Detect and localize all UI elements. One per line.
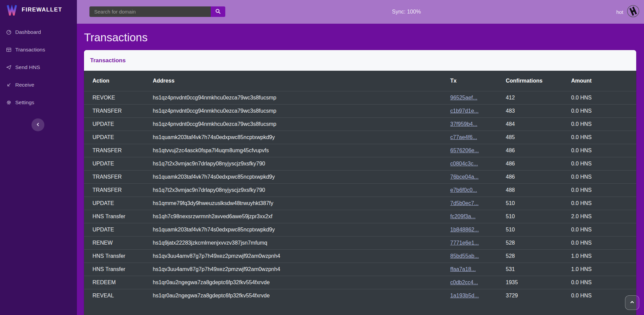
action-cell: UPDATE [84, 157, 149, 171]
confirmations-cell: 528 [502, 250, 567, 263]
sidebar-item-label: Settings [15, 99, 34, 106]
gear-icon [6, 100, 12, 105]
tx-cell: c1b97d1e... [446, 105, 502, 118]
gauge-icon [6, 29, 12, 35]
tx-link[interactable]: ffaa7a18... [450, 266, 476, 272]
amount-cell: 1.0 HNS [567, 250, 636, 263]
tx-link[interactable]: c0804c3c... [450, 161, 478, 166]
tx-link[interactable]: 37f959b4... [450, 121, 477, 127]
send-icon [6, 65, 12, 70]
tx-cell: c77ae4f6... [446, 131, 502, 144]
sidebar-item-transactions[interactable]: Transactions [0, 41, 77, 59]
tx-link[interactable]: e7b6f0c0... [450, 187, 477, 193]
sidebar-item-dashboard[interactable]: Dashboard [0, 23, 77, 41]
address-cell: hs1qz4pnvdnt0ccg94nmkhcu0ezca79wc3s8fucs… [149, 91, 446, 105]
amount-cell: 0.0 HNS [567, 118, 636, 131]
column-header-confirmations: Confirmations [502, 71, 567, 91]
tx-cell: e7b6f0c0... [446, 184, 502, 197]
table-row: TRANSFER hs1q7t2x3vmjac9n7drlapy08nyjysc… [84, 184, 636, 197]
action-cell: HNS Transfer [84, 210, 149, 223]
amount-cell: 0.0 HNS [567, 131, 636, 144]
address-cell: hs1q9jatx22283jzkcmlrnenjxvvzv387jsn7mfu… [149, 237, 446, 250]
chevron-up-icon [629, 299, 635, 306]
confirmations-cell: 483 [502, 105, 567, 118]
table-row: UPDATE hs1qmme79fq3dy9hweuzuslksdw48trwu… [84, 197, 636, 210]
confirmations-cell: 3729 [502, 289, 567, 302]
action-cell: UPDATE [84, 223, 149, 237]
sync-status: Sync: 100% [392, 0, 421, 24]
table-row: UPDATE hs1quamk203taf4vk7h74s0edxpwc85nc… [84, 131, 636, 144]
receive-arrow-icon [6, 82, 12, 88]
amount-cell: 0.0 HNS [567, 197, 636, 210]
firewallet-logo-icon [6, 4, 18, 16]
amount-cell: 0.0 HNS [567, 276, 636, 289]
tx-link[interactable]: fc209f3a... [450, 213, 476, 219]
domain-search [89, 6, 225, 17]
address-cell: hs1quamk203taf4vk7h74s0edxpwc85ncptxwpkd… [149, 171, 446, 184]
table-header-row: Action Address Tx Confirmations Amount [84, 71, 636, 91]
tx-cell: ffaa7a18... [446, 263, 502, 276]
confirmations-cell: 484 [502, 118, 567, 131]
chevron-left-icon [35, 122, 41, 128]
action-cell: TRANSFER [84, 171, 149, 184]
sidebar: FIREWALLET Dashboard Transactions [0, 0, 77, 315]
search-button[interactable] [211, 6, 225, 17]
column-header-amount: Amount [567, 71, 636, 91]
tx-link[interactable]: 85bd55ab... [450, 253, 479, 259]
amount-cell: 0.0 HNS [567, 144, 636, 157]
confirmations-cell: 528 [502, 237, 567, 250]
table-row: UPDATE hs1qz4pnvdnt0ccg94nmkhcu0ezca79wc… [84, 118, 636, 131]
brand-name: FIREWALLET [22, 6, 62, 13]
handshake-logo-icon [627, 5, 640, 19]
wallet-menu[interactable]: hot [616, 0, 640, 24]
address-cell: hs1q7t2x3vmjac9n7drlapy08nyjyscjz9xsfky7… [149, 184, 446, 197]
confirmations-cell: 510 [502, 223, 567, 237]
tx-link[interactable]: 76bce04a... [450, 174, 479, 180]
tx-cell: 76bce04a... [446, 171, 502, 184]
confirmations-cell: 1935 [502, 276, 567, 289]
tx-link[interactable]: 6576206e... [450, 148, 479, 153]
action-cell: REVEAL [84, 289, 149, 302]
table-row: TRANSFER hs1qz4pnvdnt0ccg94nmkhcu0ezca79… [84, 105, 636, 118]
sidebar-item-label: Dashboard [15, 29, 41, 35]
sidebar-item-send-hns[interactable]: Send HNS [0, 59, 77, 76]
transactions-table: Action Address Tx Confirmations Amount R… [84, 71, 636, 302]
transactions-table-body: REVOKE hs1qz4pnvdnt0ccg94nmkhcu0ezca79wc… [84, 91, 636, 302]
sidebar-nav: Dashboard Transactions Send HNS [0, 23, 77, 111]
tx-link[interactable]: 1b848862... [450, 227, 479, 232]
transactions-table-wrap: Action Address Tx Confirmations Amount R… [84, 71, 636, 315]
tx-link[interactable]: c77ae4f6... [450, 134, 477, 140]
tx-link[interactable]: c1b97d1e... [450, 108, 479, 114]
scroll-to-top-button[interactable] [625, 295, 639, 310]
sidebar-item-label: Transactions [15, 47, 45, 53]
search-icon [215, 8, 221, 15]
search-input[interactable] [89, 6, 211, 17]
column-header-action: Action [84, 71, 149, 91]
table-row: RENEW hs1q9jatx22283jzkcmlrnenjxvvzv387j… [84, 237, 636, 250]
table-row: HNS Transfer hs1qv3uu4amv87g7p7h49xez2pm… [84, 250, 636, 263]
address-cell: hs1qtvvuj2zc4asck0fspa7l4uqm8umg45cfvupv… [149, 144, 446, 157]
action-cell: UPDATE [84, 197, 149, 210]
transactions-card: Transactions Action Address Tx Confirmat… [84, 50, 636, 315]
amount-cell: 0.0 HNS [567, 91, 636, 105]
address-cell: hs1q7t2x3vmjac9n7drlapy08nyjyscjz9xsfky7… [149, 157, 446, 171]
amount-cell: 0.0 HNS [567, 184, 636, 197]
tx-link[interactable]: c0db2cc4... [450, 279, 478, 285]
tx-link[interactable]: 1a193b5d... [450, 293, 479, 298]
confirmations-cell: 531 [502, 263, 567, 276]
sidebar-item-receive[interactable]: Receive [0, 76, 77, 94]
confirmations-cell: 510 [502, 210, 567, 223]
table-row: HNS Transfer hs1qh7c98nexsrzwrmnh2avved6… [84, 210, 636, 223]
brand[interactable]: FIREWALLET [0, 0, 77, 19]
tx-link[interactable]: 7d5b0ec7... [450, 200, 479, 206]
tx-cell: fc209f3a... [446, 210, 502, 223]
amount-cell: 0.0 HNS [567, 171, 636, 184]
address-cell: hs1qr0au2ngegwa7za8gdeptc6fp32fkv554fxrv… [149, 276, 446, 289]
sidebar-collapse-button[interactable] [32, 118, 44, 131]
confirmations-cell: 488 [502, 184, 567, 197]
tx-link[interactable]: 96525aef... [450, 95, 477, 100]
confirmations-cell: 486 [502, 171, 567, 184]
sidebar-item-settings[interactable]: Settings [0, 94, 77, 111]
tx-link[interactable]: 7771e6e1... [450, 240, 479, 246]
table-row: UPDATE hs1q7t2x3vmjac9n7drlapy08nyjyscjz… [84, 157, 636, 171]
